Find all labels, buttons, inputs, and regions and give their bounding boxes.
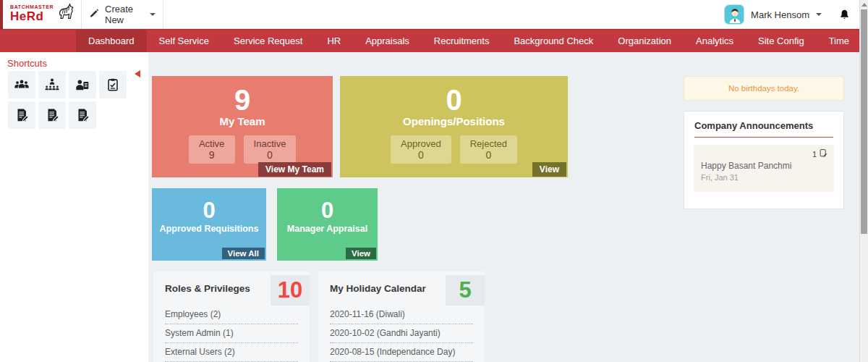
stat-value: 0 — [254, 149, 286, 161]
content-area: Shortcuts 9 My Team Active 9 Inactive 0 … — [0, 52, 868, 362]
approved-requisitions-card: 0 Approved Requisitions View All — [152, 188, 266, 261]
my-team-card: 9 My Team Active 9 Inactive 0 View My Te… — [152, 76, 333, 177]
shortcut-document-edit-button[interactable] — [69, 101, 96, 129]
announcements-title: Company Announcements — [684, 111, 843, 137]
stat-label: Approved — [401, 138, 441, 149]
view-openings-button[interactable]: View — [532, 162, 566, 177]
birthday-alert: No birthdays today. — [684, 76, 844, 101]
manager-appraisal-card: 0 Manager Appraisal View — [277, 188, 378, 261]
top-header: BATCHMASTER HeRd Create New Mark Hensom — [0, 0, 868, 29]
appraisal-title: Manager Appraisal — [277, 224, 378, 234]
team-icon — [14, 77, 30, 93]
view-appraisal-button[interactable]: View — [346, 248, 376, 259]
shortcut-employee-document-button[interactable] — [69, 71, 96, 98]
list-item[interactable]: External Users (2) — [165, 343, 298, 362]
brand-top-text: BATCHMASTER — [10, 4, 54, 9]
my-team-count: 9 — [152, 85, 333, 114]
shortcut-org-hierarchy-button[interactable] — [38, 71, 66, 98]
nav-item-appraisals[interactable]: Appraisals — [353, 30, 422, 52]
nav-item-service-request[interactable]: Service Request — [221, 30, 315, 52]
shortcuts-title: Shortcuts — [7, 58, 47, 69]
stat-label: Inactive — [254, 138, 286, 149]
list-item[interactable]: 2020-10-02 (Gandhi Jayanti) — [330, 324, 473, 343]
list-item[interactable]: 2020-11-16 (Diwali) — [330, 306, 473, 324]
holiday-list: 2020-11-16 (Diwali)2020-10-02 (Gandhi Ja… — [330, 306, 473, 362]
brand-accent-strip — [0, 0, 3, 29]
pen-icon — [89, 8, 100, 22]
stat-value: 9 — [199, 149, 225, 161]
note-edit-icon — [819, 148, 828, 159]
view-all-requisitions-button[interactable]: View All — [222, 248, 265, 259]
openings-rejected-stat: Rejected 0 — [460, 135, 517, 164]
create-new-button[interactable]: Create New — [81, 0, 163, 29]
announcement-count: 1 — [812, 150, 817, 159]
document-edit-icon — [14, 107, 30, 123]
company-announcements-panel: Company Announcements 1 Happy Basant Pan… — [684, 111, 844, 209]
org-hierarchy-icon — [44, 77, 60, 93]
list-item[interactable]: Employees (2) — [165, 306, 298, 324]
requisitions-count: 0 — [152, 199, 266, 222]
scrollbar-thumb[interactable] — [861, 9, 867, 234]
document-edit-icon — [44, 107, 60, 123]
nav-item-site-config[interactable]: Site Config — [746, 30, 817, 52]
requisitions-title: Approved Requisitions — [152, 224, 266, 234]
app-logo: BATCHMASTER HeRd — [10, 1, 78, 25]
nav-item-hr[interactable]: HR — [315, 30, 353, 52]
announcement-item[interactable]: 1 Happy Basant Panchmi Fri, Jan 31 — [694, 145, 834, 192]
user-name: Mark Hensom — [751, 9, 809, 20]
openings-positions-card: 0 Openings/Positions Approved 0 Rejected… — [340, 76, 568, 177]
chevron-down-icon — [150, 13, 156, 16]
clipboard-check-icon — [105, 77, 121, 93]
my-team-active-stat: Active 9 — [189, 135, 235, 164]
chevron-down-icon — [816, 13, 822, 16]
nav-item-time[interactable]: Time — [817, 30, 861, 52]
shortcut-clipboard-check-button[interactable] — [99, 71, 127, 98]
shortcut-document-edit-button[interactable] — [8, 101, 35, 129]
zebra-logo-icon — [55, 1, 78, 25]
view-my-team-button[interactable]: View My Team — [258, 162, 331, 177]
openings-approved-stat: Approved 0 — [391, 135, 451, 164]
shortcut-team-button[interactable] — [8, 71, 35, 98]
document-edit-icon — [75, 107, 90, 123]
openings-title: Openings/Positions — [340, 115, 568, 127]
shortcuts-sidebar: Shortcuts — [0, 52, 148, 362]
stat-label: Rejected — [470, 138, 507, 149]
nav-item-analytics[interactable]: Analytics — [684, 30, 746, 52]
stat-value: 0 — [401, 149, 441, 161]
roles-privileges-panel: Roles & Privileges 10 Employees (2)Syste… — [153, 272, 310, 362]
list-item[interactable]: 2020-08-15 (Independance Day) — [330, 343, 473, 362]
list-item[interactable]: System Admin (1) — [165, 324, 298, 343]
employee-document-icon — [75, 77, 90, 93]
nav-item-organization[interactable]: Organization — [605, 30, 684, 52]
announcements-divider — [694, 137, 833, 138]
my-team-title: My Team — [152, 115, 333, 127]
notifications-bell-icon[interactable] — [838, 9, 851, 21]
sidebar-collapse-arrow-icon[interactable] — [135, 70, 140, 77]
hr-dashboard-app: BATCHMASTER HeRd Create New Mark Hensom … — [0, 0, 868, 362]
announcement-text: Happy Basant Panchmi — [701, 161, 827, 171]
nav-item-self-service[interactable]: Self Service — [147, 30, 221, 52]
holiday-calendar-panel: My Holiday Calendar 5 2020-11-16 (Diwali… — [318, 272, 485, 362]
brand-name-text: HeRd — [10, 10, 54, 22]
shortcut-document-edit-button[interactable] — [38, 101, 66, 129]
main-nav: DashboardSelf ServiceService RequestHRAp… — [0, 29, 868, 52]
user-menu[interactable]: Mark Hensom — [724, 0, 851, 29]
avatar — [724, 4, 744, 25]
nav-item-background-check[interactable]: Background Check — [501, 30, 605, 52]
page-scrollbar — [859, 0, 868, 362]
scrollbar-up-arrow[interactable] — [861, 3, 867, 7]
my-team-inactive-stat: Inactive 0 — [244, 135, 297, 164]
roles-list: Employees (2)System Admin (1)External Us… — [165, 306, 298, 362]
stat-label: Active — [199, 138, 225, 149]
openings-count: 0 — [340, 85, 568, 114]
stat-value: 0 — [470, 149, 507, 161]
holiday-count-badge: 5 — [446, 275, 485, 306]
announcement-date: Fri, Jan 31 — [701, 173, 827, 182]
nav-item-recruitments[interactable]: Recruitments — [422, 30, 502, 52]
nav-item-dashboard[interactable]: Dashboard — [76, 30, 147, 52]
appraisal-count: 0 — [277, 199, 378, 222]
shortcuts-grid — [8, 71, 131, 129]
roles-count-badge: 10 — [271, 275, 310, 306]
create-new-label: Create New — [105, 4, 135, 25]
